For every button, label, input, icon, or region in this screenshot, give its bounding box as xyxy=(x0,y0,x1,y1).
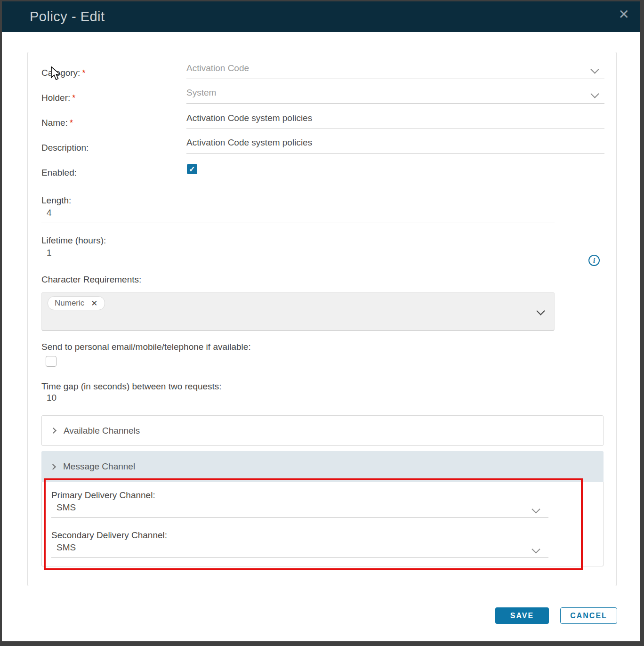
policy-edit-dialog: Policy - Edit ✕ Category:* Activation Co… xyxy=(2,1,640,641)
name-required-asterisk: * xyxy=(70,118,73,128)
chevron-right-icon xyxy=(50,428,56,434)
name-value: Activation Code system policies xyxy=(186,113,312,123)
lifetime-label: Lifetime (hours): xyxy=(41,235,106,246)
time-gap-label: Time gap (in seconds) between two reques… xyxy=(41,381,222,392)
message-channel-body: Primary Delivery Channel: SMS Secondary … xyxy=(41,482,604,566)
enabled-label: Enabled: xyxy=(41,168,77,178)
secondary-delivery-channel-label: Secondary Delivery Channel: xyxy=(51,530,167,541)
tag-numeric: Numeric ✕ xyxy=(48,296,105,310)
lifetime-input[interactable]: 1 xyxy=(41,248,555,263)
holder-label-text: Holder: xyxy=(41,93,70,103)
info-icon-glyph: i xyxy=(593,257,595,265)
character-requirements-label: Character Requirements: xyxy=(41,275,141,285)
close-icon[interactable]: ✕ xyxy=(619,8,629,21)
chevron-down-icon xyxy=(590,89,599,98)
chevron-down-icon xyxy=(536,307,545,315)
primary-delivery-channel-select[interactable]: SMS xyxy=(51,502,548,518)
category-select: Activation Code xyxy=(186,63,604,79)
length-label: Length: xyxy=(41,195,71,206)
form-card: Category:* Activation Code Holder:* Syst… xyxy=(27,52,617,586)
secondary-delivery-channel-value: SMS xyxy=(56,542,76,552)
available-channels-label: Available Channels xyxy=(64,426,140,436)
save-button[interactable]: SAVE xyxy=(495,607,549,624)
category-label-text: Category: xyxy=(41,68,80,78)
info-icon[interactable]: i xyxy=(588,255,600,266)
name-input[interactable]: Activation Code system policies xyxy=(186,113,604,129)
tag-label: Numeric xyxy=(55,299,84,308)
message-channel-label: Message Channel xyxy=(63,461,135,472)
name-label-text: Name: xyxy=(41,118,68,128)
secondary-delivery-channel-select[interactable]: SMS xyxy=(51,542,548,558)
chevron-right-icon xyxy=(50,464,56,470)
category-required-asterisk: * xyxy=(82,68,85,78)
send-personal-checkbox[interactable] xyxy=(46,356,56,367)
category-value: Activation Code xyxy=(186,63,249,73)
primary-delivery-channel-label: Primary Delivery Channel: xyxy=(51,490,155,501)
category-label: Category:* xyxy=(41,68,85,78)
tag-remove-icon[interactable]: ✕ xyxy=(91,299,97,308)
available-channels-accordion[interactable]: Available Channels xyxy=(41,415,604,446)
holder-value: System xyxy=(186,88,216,97)
time-gap-value: 10 xyxy=(47,393,56,403)
holder-required-asterisk: * xyxy=(72,93,75,103)
primary-delivery-channel-value: SMS xyxy=(56,502,76,512)
length-input[interactable]: 4 xyxy=(41,208,555,223)
name-label: Name:* xyxy=(41,118,73,128)
message-channel-accordion[interactable]: Message Channel xyxy=(41,451,604,482)
send-personal-label: Send to personal email/mobile/telephone … xyxy=(41,342,251,352)
dialog-header: Policy - Edit ✕ xyxy=(2,1,640,32)
description-input[interactable]: Activation Code system policies xyxy=(186,137,604,153)
description-value: Activation Code system policies xyxy=(186,137,312,147)
length-value: 4 xyxy=(47,208,52,218)
time-gap-input[interactable]: 10 xyxy=(41,393,555,408)
character-requirements-multiselect[interactable]: Numeric ✕ xyxy=(41,292,555,331)
holder-label: Holder:* xyxy=(41,93,75,103)
chevron-down-icon xyxy=(531,545,540,553)
lifetime-value: 1 xyxy=(47,248,52,258)
check-icon: ✓ xyxy=(189,165,195,174)
chevron-down-icon xyxy=(531,505,540,513)
dialog-title: Policy - Edit xyxy=(30,9,105,24)
chevron-down-icon xyxy=(590,65,599,73)
enabled-checkbox[interactable]: ✓ xyxy=(187,164,197,174)
cancel-button[interactable]: CANCEL xyxy=(560,607,617,624)
holder-select: System xyxy=(186,88,604,104)
description-label: Description: xyxy=(41,143,89,153)
